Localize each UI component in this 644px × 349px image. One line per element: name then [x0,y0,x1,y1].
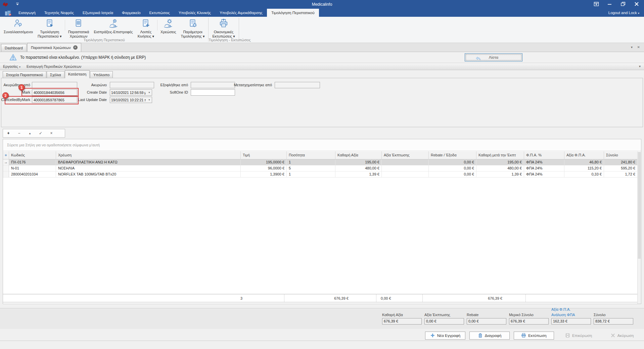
create-date-caret-icon[interactable]: ▾ [147,90,152,95]
vat-analysis-link[interactable]: Αξία Φ.Π.Α. [551,307,591,312]
cancelled-from-field[interactable] [32,82,77,88]
ribbon-button-label: Παραστατικά Χρεώσεων [68,30,89,39]
summary-net-after: 676,39 € [459,294,502,302]
printer-icon [219,18,229,29]
cancels-field[interactable] [110,82,154,88]
grid-vertical-scrollbar[interactable] [637,151,641,304]
total-Αξία-Φ-Π-Α-: Αξία Φ.Π.Α.Ανάλυση ΦΠΑ162,33 € [551,307,591,325]
navigator-cancel-button[interactable]: × [46,131,57,136]
navigator-append-button[interactable]: + [3,131,14,136]
ribbon-button-Χρεώσεις[interactable]: Χρεώσεις [158,18,179,35]
sub-tab-Σχόλια[interactable]: Σχόλια [47,71,64,78]
menu-item-Εργασίες[interactable]: Εργασίες▾ [0,64,24,68]
total-Rebate: Rebate0,00 € [467,313,506,325]
tab-list-dropdown-icon[interactable]: ▾ [631,45,633,49]
list-button[interactable]: Λίστα [465,53,522,61]
menu-tab-Υποβολές Κλινικής[interactable]: Υποβολές Κλινικής [174,9,215,17]
last-update-date-value[interactable] [110,97,147,103]
column-header-Κωδικός[interactable]: Κωδικός [9,151,56,159]
paid-from-field[interactable] [191,82,235,88]
column-header-Αξία-Έκπτωσης[interactable]: Αξία Έκπτωσης [382,151,429,159]
navigator-edit-button[interactable]: ▴ [25,132,35,135]
menu-tab-Εισαγωγή[interactable]: Εισαγωγή [14,9,40,17]
column-header-Ποσότητα[interactable]: Ποσότητα [287,151,335,159]
ribbon-button-Παράμετροι-Τιμολόγησης[interactable]: Παράμετροι Τιμολόγησης ▾ [179,18,207,39]
cell: ΦΠΑ 24% [524,165,564,171]
menu-tab-Τεχνητός Νεφρός[interactable]: Τεχνητός Νεφρός [40,9,78,17]
ribbon-button-label: Παράμετροι Τιμολόγησης ▾ [181,30,205,39]
table-row[interactable]: →ΠΧ-0176ΒΛΕΦΑΡΟΠΛΑΣΤΙΚΗ ΑΝΩ Η ΚΑΤΩ195,00… [3,159,638,165]
window-title: Medicalinfo [0,0,644,9]
menu-tab-Εκτυπώσεις[interactable]: Εκτυπώσεις [145,9,174,17]
menu-item-Εισαγωγή-Περιοδικών-Χρεώσεων[interactable]: Εισαγωγή Περιοδικών Χρεώσεων [24,64,84,68]
annotation-box-1 [21,88,79,96]
column-header-Φ.Π.Α.-%[interactable]: Φ.Π.Α. % [524,151,564,159]
tab-strip-close-icon[interactable]: ✕ [637,45,640,49]
doc-tab-Παραστατικά Χρεώσεων[interactable]: Παραστατικά Χρεώσεων× [27,43,81,52]
print-icon [521,333,528,339]
cancel-icon [610,333,617,339]
column-header-Rebate-/-Έξοδα[interactable]: Rebate / Έξοδα [429,151,476,159]
action-button-Εκτύπωση[interactable]: Εκτύπωση [514,332,554,340]
cell: 480,00 € [476,165,524,171]
application-icon[interactable] [5,9,11,16]
close-window-icon[interactable] [634,1,640,7]
navigator-delete-button[interactable]: − [14,131,25,136]
warning-icon [9,54,17,61]
ribbon-button-Οικονομικές-Εκτυπώσεις[interactable]: Οικονομικές Εκτυπώσεις ▾ [210,18,237,39]
ribbon-button-Τιμολόγηση-Περιστατικού[interactable]: Τιμολόγηση Περιστατικού ▾ [35,18,64,39]
logout-button[interactable]: Logout and Lock ▾ [608,9,639,17]
column-header-Χρέωση[interactable]: Χρέωση [56,151,241,159]
column-header-Καθαρή-Αξία[interactable]: Καθαρή Αξία [335,151,382,159]
ribbon-button-Λοιπές-Κινήσεις[interactable]: Λοιπές Κινήσεις ▾ [135,18,156,39]
summary-separator [284,294,284,302]
menu-row-dropdown-icon[interactable]: ▾ [639,64,641,68]
scrollbar-thumb[interactable] [638,152,641,259]
action-button-Διαγραφή[interactable]: Διαγραφή [469,332,510,340]
grid-summary-row: 3 676,39 € 0,00 € 676,39 € [3,294,638,302]
close-tab-icon[interactable]: × [73,45,78,50]
dock-window-icon[interactable] [594,1,600,7]
total-label: Μερικό Σύνολο [509,313,549,317]
cell: 1 [287,159,335,165]
minimize-icon[interactable] [607,1,613,7]
create-date-value[interactable] [110,90,147,95]
ribbon-button-Συναλλασσόμενοι[interactable]: Συναλλασσόμενοι [1,18,35,35]
cell: 0,33 € [564,171,604,178]
ribbon-group: Οικονομικές Εκτυπώσεις ▾Τιμολόγηση - Εκτ… [209,17,238,43]
ribbon-button-label: Εισπράξεις-Επιστροφές [94,30,133,34]
last-update-date-caret-icon[interactable]: ▾ [147,97,152,103]
sub-tab-Κατάσταση[interactable]: Κατάσταση [65,70,90,78]
doc-gear-icon [188,18,198,29]
sub-tab-Στοιχεία-Παραστατικού[interactable]: Στοιχεία Παραστατικού [3,71,46,78]
menu-tab-Εξωτερικά Ιατρεία[interactable]: Εξωτερικά Ιατρεία [78,9,118,17]
restore-icon[interactable] [620,1,627,7]
create-date-combo[interactable]: ▾ [110,89,152,96]
menu-tab-Υποβολές Αιμοκάθαρσης[interactable]: Υποβολές Αιμοκάθαρσης [215,9,267,17]
action-button-Νέα-Εγγραφή[interactable]: Νέα Εγγραφή [425,332,465,340]
sub-tab-Υπόλοιπο[interactable]: Υπόλοιπο [90,71,113,78]
totals-footer: Καθαρή Αξία676,39 €Αξία Έκπτωσης0,00 €Re… [0,308,644,329]
ribbon-button-Παραστατικά-Χρεώσεων[interactable]: Παραστατικά Χρεώσεων [66,18,92,39]
table-row[interactable]: Ν-01ΝΟΣΗΛΙΑ96,0000 €5480,00 €0,00 €480,0… [3,165,638,171]
column-header-Καθαρή-μετά-την-Έκπτ[interactable]: Καθαρή μετά την Έκπτ [476,151,524,159]
menu-tab-Τιμολόγηση Περιστατικού[interactable]: Τιμολόγηση Περιστατικού [267,9,319,17]
ribbon-button-Εισπράξεις-Επιστροφές[interactable]: Εισπράξεις-Επιστροφές [91,18,135,35]
total-value: 676,39 € [509,318,549,325]
doc-tab-Dashboard[interactable]: Dashboard [1,44,27,52]
group-by-panel[interactable]: Σύρετε μια Στήλη για να ομαδοποιήσετε σύ… [3,139,641,151]
cell [382,165,429,171]
vat-analysis-link-line2[interactable]: Ανάλυση ΦΠΑ [551,313,591,317]
column-header-Αξία-Φ.Π.Α.[interactable]: Αξία Φ.Π.Α. [564,151,604,159]
column-header-Σύνολο[interactable]: Σύνολο [604,151,638,159]
row-indicator-header [3,151,9,159]
last-update-date-combo[interactable]: ▾ [110,97,152,103]
menu-tab-Φαρμακείο[interactable]: Φαρμακείο [118,9,145,17]
softone-id-field[interactable] [191,89,235,96]
table-row[interactable]: 2800040201034NORFLEX TAB 100MG/TAB BTx20… [3,171,638,178]
transformed-from-field[interactable] [275,82,320,88]
ribbon-button-label: Οικονομικές Εκτυπώσεις ▾ [212,30,235,39]
column-header-Τιμή[interactable]: Τιμή [241,151,287,159]
hand-coin-icon [108,18,119,29]
navigator-accept-button[interactable]: ✓ [35,131,46,136]
